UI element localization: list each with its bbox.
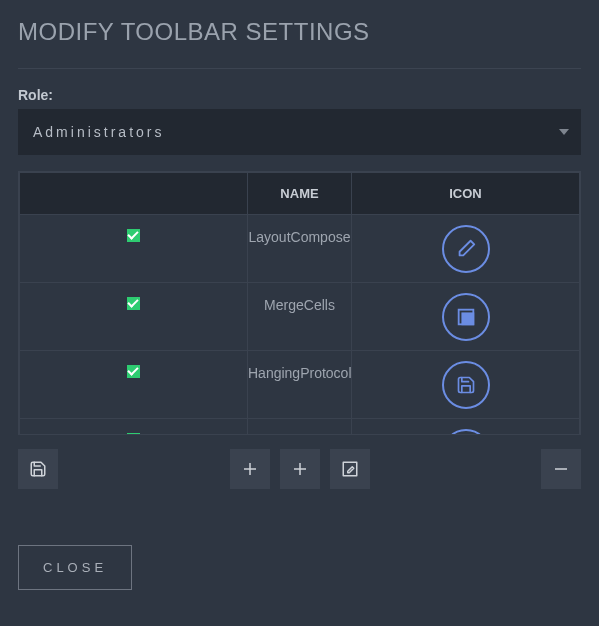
row-name: SaveStructuredDisplay bbox=[248, 419, 352, 436]
divider bbox=[18, 68, 581, 69]
edit-button[interactable] bbox=[330, 449, 370, 489]
role-select[interactable]: Administrators bbox=[18, 109, 581, 155]
table-header-row: NAME ICON bbox=[20, 173, 580, 215]
row-name: LayoutCompose bbox=[248, 215, 352, 283]
toolbar-table: NAME ICON LayoutCompose MergeCells bbox=[19, 172, 580, 435]
svg-rect-1 bbox=[462, 313, 473, 324]
edit-icon bbox=[442, 225, 490, 273]
display-icon bbox=[442, 429, 490, 436]
remove-button[interactable] bbox=[541, 449, 581, 489]
dialog-title: MODIFY TOOLBAR SETTINGS bbox=[18, 18, 581, 46]
toolbar-table-scroll[interactable]: NAME ICON LayoutCompose MergeCells bbox=[18, 171, 581, 435]
table-header-check bbox=[20, 173, 248, 215]
row-checkbox[interactable] bbox=[127, 365, 140, 378]
table-header-name: NAME bbox=[248, 173, 352, 215]
add-button-2[interactable] bbox=[280, 449, 320, 489]
row-checkbox[interactable] bbox=[127, 229, 140, 242]
table-row: HangingProtocol bbox=[20, 351, 580, 419]
role-label: Role: bbox=[18, 87, 581, 103]
row-name: MergeCells bbox=[248, 283, 352, 351]
save-icon bbox=[442, 361, 490, 409]
table-row: SaveStructuredDisplay bbox=[20, 419, 580, 436]
merge-icon bbox=[442, 293, 490, 341]
table-row: MergeCells bbox=[20, 283, 580, 351]
add-button[interactable] bbox=[230, 449, 270, 489]
save-button[interactable] bbox=[18, 449, 58, 489]
close-button[interactable]: CLOSE bbox=[18, 545, 132, 590]
table-header-icon: ICON bbox=[352, 173, 580, 215]
row-checkbox[interactable] bbox=[127, 433, 140, 435]
row-name: HangingProtocol bbox=[248, 351, 352, 419]
table-row: LayoutCompose bbox=[20, 215, 580, 283]
action-bar bbox=[18, 449, 581, 489]
row-checkbox[interactable] bbox=[127, 297, 140, 310]
